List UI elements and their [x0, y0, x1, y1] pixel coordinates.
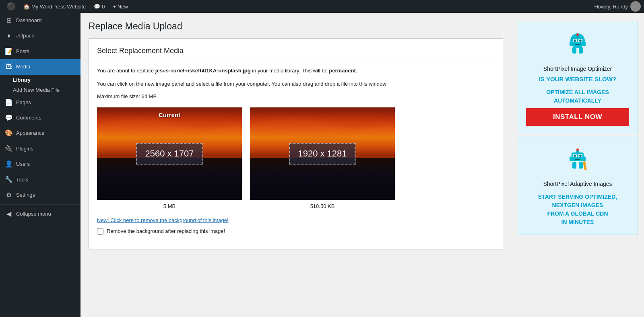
- sidebar-item-plugins[interactable]: 🔌 Plugins: [0, 141, 80, 156]
- tools-icon: 🔧: [5, 175, 13, 184]
- ad-title-2: ShortPixel Adaptive Images: [543, 181, 612, 187]
- posts-icon: 📝: [5, 47, 13, 56]
- sidebar-item-users[interactable]: 👤 Users: [0, 156, 80, 172]
- sidebar-item-comments[interactable]: 💬 Comments: [0, 110, 80, 126]
- wp-logo-icon[interactable]: ⚫: [3, 0, 19, 13]
- ad-robot-icon-2: [564, 144, 592, 177]
- description-p2: You can click on the new image panel and…: [97, 80, 495, 89]
- main-content: Replace Media Upload Select Replacement …: [80, 13, 644, 317]
- admin-bar-right: Howdy, Randy: [594, 1, 641, 12]
- jetpack-icon: ♦: [5, 31, 13, 40]
- sidebar: ⊞ Dashboard ♦ Jetpack 📝 Posts 🖼 Media Li…: [0, 13, 80, 317]
- current-dimensions: 2560 x 1707: [136, 143, 202, 165]
- pages-icon: 📄: [5, 98, 13, 107]
- svg-point-16: [574, 154, 576, 157]
- filename-link[interactable]: jesus-curiel-nskeft4t1KA-unsplash.jpg: [155, 68, 251, 74]
- remove-bg-checkbox[interactable]: [97, 228, 103, 235]
- remove-bg-link[interactable]: New! Click here to remove the background…: [97, 217, 495, 223]
- svg-rect-11: [572, 47, 576, 54]
- sidebar-media-sub: Library Add New Media File: [0, 75, 80, 95]
- city-bottom: [97, 158, 242, 200]
- new-dimensions: 1920 x 1281: [289, 143, 355, 165]
- svg-rect-10: [583, 41, 586, 46]
- admin-bar-new[interactable]: + New: [110, 0, 131, 13]
- image-comparison: Current 2560 x 1707 5 MB: [97, 107, 495, 209]
- install-now-button[interactable]: INSTALL NOW: [526, 108, 629, 126]
- sidebar-subitem-library[interactable]: Library: [13, 75, 80, 85]
- admin-bar-comments[interactable]: 💬 0: [91, 0, 108, 13]
- comments-icon: 💬: [5, 113, 13, 122]
- current-image-container: Current 2560 x 1707: [97, 107, 242, 200]
- sidebar-item-pages[interactable]: 📄 Pages: [0, 95, 80, 110]
- file-size-info: Maximum file size: 64 MB: [97, 93, 495, 99]
- content-area: Replace Media Upload Select Replacement …: [80, 13, 511, 317]
- collapse-icon: ◀: [5, 210, 13, 218]
- current-label: Current: [159, 111, 180, 118]
- sidebar-item-tools[interactable]: 🔧 Tools: [0, 172, 80, 187]
- svg-rect-24: [579, 162, 583, 169]
- ad-shortpixel-adaptive: ShortPixel Adaptive Images START SERVING…: [518, 136, 638, 235]
- svg-rect-18: [575, 159, 580, 160]
- svg-rect-6: [575, 44, 580, 45]
- new-image-panel[interactable]: 1920 x 1281 510.50 KB: [250, 107, 395, 209]
- sidebar-item-appearance[interactable]: 🎨 Appearance: [0, 126, 80, 141]
- ad-headline-1: IS YOUR WEBSITE SLOW?: [539, 75, 616, 83]
- plugins-icon: 🔌: [5, 144, 13, 153]
- ad-sidebar: ShortPixel Image Optimizer IS YOUR WEBSI…: [511, 13, 644, 317]
- ad-title-1: ShortPixel Image Optimizer: [543, 66, 612, 72]
- svg-point-20: [576, 148, 579, 151]
- replace-media-card: Select Replacement Media You are about t…: [89, 38, 503, 249]
- svg-rect-22: [583, 156, 586, 161]
- admin-bar: ⚫ 🏠 My WordPress Website 💬 0 + New Howdy…: [0, 0, 644, 13]
- settings-icon: ⚙: [5, 191, 13, 200]
- current-image-panel: Current 2560 x 1707 5 MB: [97, 107, 242, 209]
- sidebar-collapse[interactable]: ◀ Collapse menu: [0, 206, 80, 222]
- new-file-size: 510.50 KB: [310, 203, 335, 209]
- svg-point-5: [579, 39, 582, 42]
- remove-bg-checkbox-label[interactable]: Remove the background after replacing th…: [107, 228, 225, 234]
- ad-subtext-1: OPTIMIZE ALL IMAGES AUTOMATICALLY: [546, 88, 609, 105]
- home-icon: 🏠: [23, 4, 30, 10]
- svg-point-8: [576, 33, 579, 36]
- comments-icon: 💬: [94, 4, 100, 10]
- card-title: Select Replacement Media: [97, 47, 495, 60]
- sidebar-item-posts[interactable]: 📝 Posts: [0, 44, 80, 59]
- layout: ⊞ Dashboard ♦ Jetpack 📝 Posts 🖼 Media Li…: [0, 13, 644, 317]
- ad-shortpixel-optimizer: ShortPixel Image Optimizer IS YOUR WEBSI…: [518, 21, 638, 134]
- svg-rect-23: [572, 162, 576, 169]
- sidebar-divider: [0, 204, 80, 205]
- admin-bar-howdy: Howdy, Randy: [594, 1, 641, 12]
- sidebar-item-settings[interactable]: ⚙ Settings: [0, 187, 80, 203]
- svg-point-17: [579, 154, 582, 157]
- description-p1: You are about to replace jesus-curiel-ns…: [97, 67, 495, 75]
- admin-bar-site-link[interactable]: 🏠 My WordPress Website: [20, 0, 89, 13]
- svg-rect-9: [570, 41, 572, 46]
- sidebar-item-dashboard[interactable]: ⊞ Dashboard: [0, 13, 80, 28]
- robot-svg: [564, 29, 592, 58]
- svg-rect-12: [579, 47, 583, 54]
- current-file-size: 5 MB: [163, 203, 175, 209]
- remove-bg-checkbox-row: Remove the background after replacing th…: [97, 228, 495, 235]
- users-icon: 👤: [5, 160, 13, 169]
- appearance-icon: 🎨: [5, 129, 13, 138]
- ad-robot-icon: [564, 29, 592, 62]
- avatar: [630, 1, 641, 12]
- dashboard-icon: ⊞: [5, 16, 13, 25]
- svg-rect-21: [570, 156, 572, 161]
- ad-subtext-2: START SERVING OPTIMIZED, NEXTGEN IMAGES …: [538, 193, 617, 226]
- page-title: Replace Media Upload: [89, 21, 503, 32]
- sidebar-item-media[interactable]: 🖼 Media: [0, 59, 80, 74]
- sidebar-subitem-add-new[interactable]: Add New Media File: [13, 85, 80, 95]
- svg-point-4: [574, 39, 576, 42]
- new-image-container[interactable]: 1920 x 1281: [250, 107, 395, 200]
- svg-rect-25: [583, 161, 587, 170]
- robot-svg-2: [564, 144, 592, 173]
- sidebar-item-jetpack[interactable]: ♦ Jetpack: [0, 28, 80, 43]
- media-icon: 🖼: [5, 62, 13, 71]
- city-bottom-2: [250, 158, 395, 200]
